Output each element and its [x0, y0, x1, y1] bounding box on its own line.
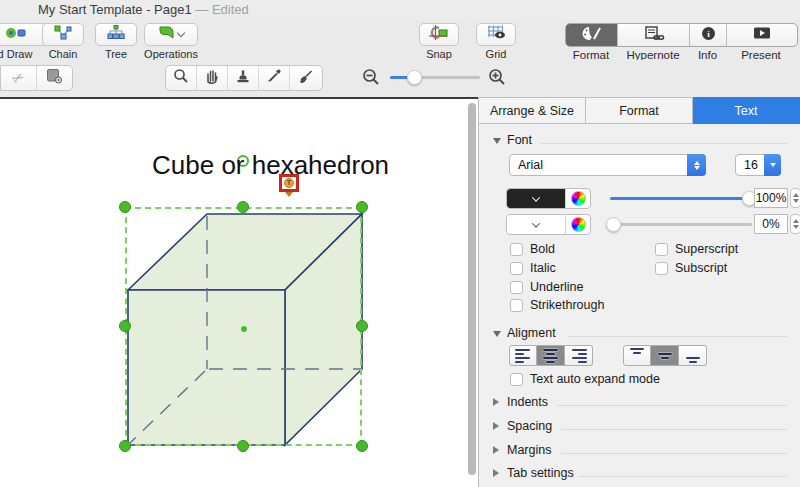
resize-handle-e[interactable] — [356, 320, 368, 332]
drawing-canvas[interactable]: Cube or hexahedron T — [0, 97, 478, 487]
tab-settings-disclosure-icon[interactable] — [493, 469, 499, 477]
text-opacity-field[interactable]: 100% — [754, 188, 788, 208]
align-middle-icon — [657, 348, 673, 363]
strikethrough-checkbox[interactable] — [510, 299, 523, 312]
margins-disclosure-icon[interactable] — [493, 446, 499, 454]
align-top-icon — [629, 348, 645, 363]
bold-checkbox[interactable] — [510, 243, 523, 256]
resize-handle-se[interactable] — [356, 440, 368, 452]
cut-tool-button[interactable]: ✂ — [1, 66, 37, 90]
chain-button[interactable]: Chain — [42, 23, 84, 60]
text-opacity-slider[interactable] — [610, 197, 752, 200]
font-section-disclosure-icon[interactable] — [493, 138, 501, 144]
align-bottom-button[interactable] — [679, 345, 707, 366]
tab-settings-section-title[interactable]: Tab settings — [507, 466, 574, 480]
palette-icon — [581, 26, 603, 45]
pan-tool-button[interactable] — [197, 66, 228, 90]
resize-handle-w[interactable] — [119, 320, 131, 332]
font-family-stepper-icon[interactable] — [687, 154, 706, 176]
superscript-checkbox[interactable] — [655, 243, 668, 256]
shape-title-text[interactable]: Cube or hexahedron — [152, 150, 389, 181]
text-color-well[interactable] — [506, 188, 591, 209]
alignment-section-disclosure-icon[interactable] — [493, 331, 501, 337]
align-middle-button[interactable] — [651, 345, 679, 366]
underline-checkbox[interactable] — [510, 281, 523, 294]
brush-tool-button[interactable] — [290, 66, 321, 90]
info-segment[interactable]: i — [690, 24, 727, 46]
snap-button[interactable]: Snap — [419, 23, 459, 60]
resize-handle-nw[interactable] — [119, 201, 131, 213]
font-size-value: 16 — [736, 158, 764, 172]
stamp-tool-button[interactable] — [228, 66, 259, 90]
tab-format[interactable]: Format — [586, 97, 693, 124]
italic-label: Italic — [530, 261, 556, 275]
color-wheel-icon — [571, 217, 586, 232]
format-segment[interactable] — [566, 24, 618, 46]
font-section-divider — [541, 143, 787, 144]
zoom-slider[interactable] — [390, 76, 480, 79]
rapid-draw-button[interactable]: d Draw — [0, 23, 48, 60]
text-cursor-badge: T — [279, 174, 299, 192]
snap-icon — [429, 25, 449, 44]
text-bg-opacity-stepper[interactable] — [790, 214, 800, 234]
text-opacity-stepper[interactable] — [790, 188, 800, 208]
align-center-button[interactable] — [537, 345, 565, 366]
align-left-button[interactable] — [509, 345, 537, 366]
resize-handle-ne[interactable] — [356, 201, 368, 213]
present-segment[interactable] — [727, 24, 797, 46]
tab-text[interactable]: Text — [693, 97, 800, 124]
eyedropper-tool-button[interactable] — [259, 66, 290, 90]
color-wheel-icon — [571, 191, 586, 206]
zoom-slider-thumb[interactable] — [407, 70, 422, 85]
selection-box[interactable] — [125, 207, 362, 446]
font-size-dropdown-icon[interactable] — [764, 154, 781, 176]
align-right-button[interactable] — [565, 345, 593, 366]
main-toolbar: d Draw Chain — [0, 20, 800, 60]
zoom-in-icon[interactable] — [488, 68, 507, 91]
subscript-label: Subscript — [675, 261, 727, 275]
underline-label: Underline — [530, 280, 584, 294]
indents-disclosure-icon[interactable] — [493, 398, 499, 406]
subscript-checkbox[interactable] — [655, 262, 668, 275]
libraries-button[interactable] — [37, 66, 73, 90]
text-color-swatch[interactable] — [507, 189, 565, 208]
italic-checkbox[interactable] — [510, 262, 523, 275]
font-family-select[interactable]: Arial — [509, 154, 706, 176]
resize-handle-s[interactable] — [237, 440, 249, 452]
text-bg-color-swatch[interactable] — [507, 215, 565, 234]
window-titlebar: My Start Template - Page1 — Edited — [0, 0, 800, 20]
hand-icon — [204, 68, 220, 88]
grid-button[interactable]: Grid — [476, 23, 516, 60]
operations-button[interactable]: Operations — [144, 23, 198, 60]
info-icon: i — [701, 26, 716, 45]
text-bg-opacity-slider[interactable] — [610, 223, 752, 226]
spacing-disclosure-icon[interactable] — [493, 422, 499, 430]
stamp-icon — [235, 68, 251, 88]
margins-section-title[interactable]: Margins — [507, 443, 551, 457]
text-bg-color-well[interactable] — [506, 214, 591, 235]
zoom-out-icon[interactable] — [362, 68, 381, 91]
resize-handle-n[interactable] — [237, 201, 249, 213]
text-color-picker-button[interactable] — [565, 189, 590, 208]
text-bg-opacity-thumb[interactable] — [606, 217, 621, 232]
tree-button[interactable]: Tree — [95, 23, 137, 60]
superscript-label: Superscript — [675, 242, 738, 256]
text-auto-expand-label: Text auto expand mode — [530, 372, 660, 386]
scissors-icon: ✂ — [9, 68, 27, 88]
text-auto-expand-checkbox[interactable] — [510, 373, 523, 386]
text-bg-color-picker-button[interactable] — [565, 215, 590, 234]
indents-section-title[interactable]: Indents — [507, 395, 548, 409]
resize-handle-sw[interactable] — [119, 440, 131, 452]
spacing-section-title[interactable]: Spacing — [507, 419, 552, 433]
align-top-button[interactable] — [623, 345, 651, 366]
bold-label: Bold — [530, 242, 555, 256]
margins-divider — [561, 453, 787, 454]
zoom-tool-button[interactable] — [166, 66, 197, 90]
alignment-section-divider — [569, 336, 787, 337]
text-bg-opacity-field[interactable]: 0% — [754, 214, 788, 234]
tab-arrange-size[interactable]: Arrange & Size — [479, 97, 586, 124]
hypernote-segment[interactable] — [618, 24, 690, 46]
window-title: My Start Template - Page1 — Edited — [38, 2, 249, 17]
align-left-icon — [515, 349, 531, 363]
font-size-combo[interactable]: 16 — [735, 154, 781, 176]
